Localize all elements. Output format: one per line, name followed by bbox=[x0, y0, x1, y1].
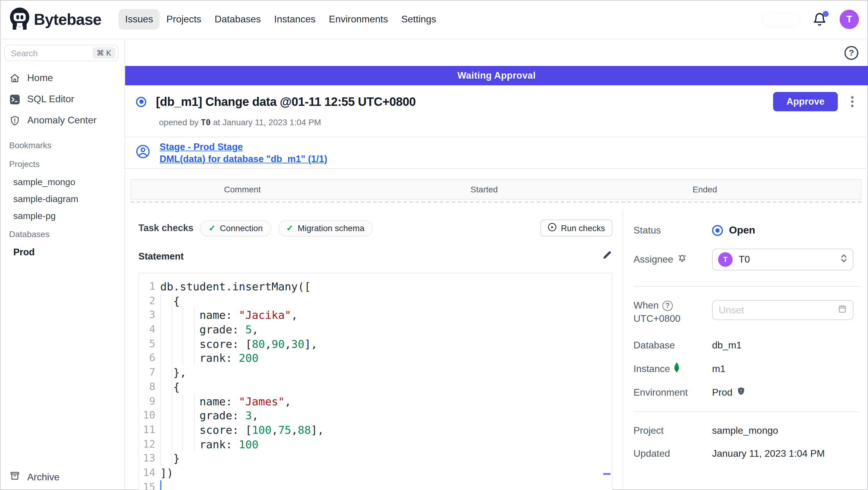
play-circle-icon bbox=[548, 223, 557, 233]
sidebar-item-anomaly-center[interactable]: Anomaly Center bbox=[0, 111, 121, 129]
shield-protected-icon bbox=[737, 386, 745, 398]
top-navbar: Bytebase IssuesProjectsDatabasesInstance… bbox=[0, 0, 868, 39]
nav-tab-settings[interactable]: Settings bbox=[395, 9, 443, 30]
sidebar-item-label: Anomaly Center bbox=[27, 115, 96, 126]
nav-tab-instances[interactable]: Instances bbox=[268, 9, 322, 30]
sidebar-item-label: SQL Editor bbox=[27, 94, 74, 105]
help-icon[interactable]: ? bbox=[844, 46, 858, 60]
project-label: Project bbox=[633, 425, 712, 436]
logo-wordmark: Bytebase bbox=[34, 10, 101, 29]
assignee-select[interactable]: T T0 bbox=[712, 249, 854, 270]
notification-dot bbox=[823, 11, 829, 17]
more-options-kebab-icon[interactable] bbox=[849, 94, 856, 110]
code-line: 9 name: "James", bbox=[139, 394, 612, 408]
code-line: 3 name: "Jacika", bbox=[139, 308, 612, 322]
environment-value[interactable]: Prod bbox=[712, 386, 745, 398]
sidebar-project-sample-pg[interactable]: sample-pg bbox=[0, 210, 125, 222]
issue-author: T0 bbox=[201, 117, 211, 127]
nav-tab-databases[interactable]: Databases bbox=[208, 9, 268, 30]
blurred-region bbox=[762, 13, 800, 26]
issue-header: [db_m1] Change data @01-11 12:55 UTC+080… bbox=[125, 85, 868, 137]
search-input[interactable] bbox=[11, 48, 92, 58]
bell-small-icon bbox=[678, 254, 687, 265]
code-line: 12 rank: 100 bbox=[139, 437, 612, 451]
task-link[interactable]: DML(data) for database "db_m1" (1/1) bbox=[160, 153, 327, 164]
section-divider bbox=[633, 286, 860, 287]
notifications-bell-icon[interactable] bbox=[813, 12, 826, 27]
stage-user-circle-icon bbox=[136, 145, 150, 161]
select-chevrons-icon bbox=[840, 254, 847, 265]
column-header-ended: Ended bbox=[693, 184, 717, 194]
code-line: 5 score: [80,90,30], bbox=[139, 337, 612, 351]
when-datetime-input[interactable]: Unset bbox=[712, 300, 854, 320]
status-banner: Waiting Approval bbox=[125, 66, 868, 85]
check-chip-connection[interactable]: ✓ Connection bbox=[200, 220, 271, 236]
statement-code-editor[interactable]: 1db.student.insertMany([2 {3 name: "Jaci… bbox=[138, 273, 612, 490]
check-chip-migration-schema[interactable]: ✓ Migration schema bbox=[278, 220, 373, 236]
left-sidebar: ⌘ K Home bbox=[0, 39, 125, 490]
nav-tab-projects[interactable]: Projects bbox=[160, 9, 208, 30]
stage-link[interactable]: Stage - Prod Stage bbox=[160, 141, 327, 152]
bytebase-logo[interactable]: Bytebase bbox=[0, 7, 101, 32]
database-value[interactable]: db_m1 bbox=[712, 340, 742, 351]
sidebar-item-label: Home bbox=[27, 73, 53, 84]
content-area: ? Waiting Approval [db_m1] Change data @… bbox=[125, 39, 868, 490]
archive-label: Archive bbox=[27, 471, 60, 483]
assignee-avatar: T bbox=[718, 252, 733, 267]
user-avatar[interactable]: T bbox=[840, 10, 859, 29]
stage-section: Stage - Prod Stage DML(data) for databas… bbox=[125, 137, 868, 169]
column-header-comment: Comment bbox=[224, 184, 260, 194]
task-detail-column: Task checks ✓ Connection ✓ Migration sch… bbox=[125, 209, 623, 490]
assignee-label: Assignee bbox=[633, 254, 712, 265]
projects-section-header: Projects bbox=[0, 159, 125, 170]
indent-guide bbox=[194, 394, 194, 452]
code-line: 10 grade: 3, bbox=[139, 408, 612, 423]
issue-opened-line: opened by T0 at January 11, 2023 1:04 PM bbox=[159, 117, 856, 127]
code-line: 8 { bbox=[139, 380, 612, 394]
sidebar-project-sample-diagram[interactable]: sample-diagram bbox=[0, 194, 125, 204]
indent-guide bbox=[172, 294, 172, 466]
indent-guide bbox=[160, 294, 161, 466]
instance-value[interactable]: m1 bbox=[712, 363, 725, 374]
sidebar-menu: Home SQL Editor bbox=[0, 69, 125, 133]
help-circle-icon[interactable]: ? bbox=[662, 300, 673, 311]
project-value[interactable]: sample_mongo bbox=[712, 425, 778, 436]
task-table-header: Comment Started Ended bbox=[130, 179, 861, 200]
content-header: ? bbox=[125, 39, 868, 66]
sidebar-database-prod[interactable]: Prod bbox=[0, 247, 125, 258]
issue-open-status-icon bbox=[136, 96, 146, 107]
indent-guide bbox=[194, 308, 194, 366]
run-checks-button[interactable]: Run checks bbox=[540, 220, 612, 236]
calendar-icon bbox=[838, 304, 847, 316]
environment-label: Environment bbox=[633, 387, 712, 398]
check-pass-icon: ✓ bbox=[286, 223, 293, 233]
nav-tab-environments[interactable]: Environments bbox=[322, 9, 395, 30]
approve-button[interactable]: Approve bbox=[773, 92, 838, 111]
dashed-divider bbox=[130, 201, 861, 203]
updated-label: Updated bbox=[633, 448, 712, 459]
sidebar-item-archive[interactable]: Archive bbox=[0, 465, 125, 490]
status-label: Status bbox=[633, 225, 712, 236]
editor-cursor bbox=[160, 480, 161, 490]
indent-guide bbox=[183, 308, 183, 366]
when-timezone: UTC+0800 bbox=[633, 313, 712, 324]
bytebase-mascot-icon bbox=[9, 7, 30, 32]
code-line: 7 }, bbox=[139, 365, 612, 380]
database-label: Database bbox=[633, 340, 712, 351]
sidebar-project-sample-mongo[interactable]: sample_mongo bbox=[0, 177, 125, 188]
sidebar-item-sql-editor[interactable]: SQL Editor bbox=[0, 90, 121, 108]
edit-statement-pencil-icon[interactable] bbox=[602, 250, 612, 263]
code-line: 13 } bbox=[139, 452, 612, 466]
check-pass-icon: ✓ bbox=[209, 223, 216, 233]
sidebar-item-home[interactable]: Home bbox=[0, 69, 121, 87]
mongodb-leaf-icon bbox=[674, 363, 680, 375]
nav-tab-issues[interactable]: Issues bbox=[119, 9, 160, 30]
task-checks-label: Task checks bbox=[138, 223, 193, 233]
code-line: 2 { bbox=[139, 294, 612, 308]
search-box[interactable]: ⌘ K bbox=[4, 45, 119, 61]
open-status-icon bbox=[712, 225, 723, 236]
sql-editor-icon bbox=[10, 94, 20, 104]
statement-label: Statement bbox=[138, 251, 184, 262]
code-line: 1db.student.insertMany([ bbox=[139, 280, 612, 294]
when-label: When ? UTC+0800 bbox=[633, 300, 712, 324]
